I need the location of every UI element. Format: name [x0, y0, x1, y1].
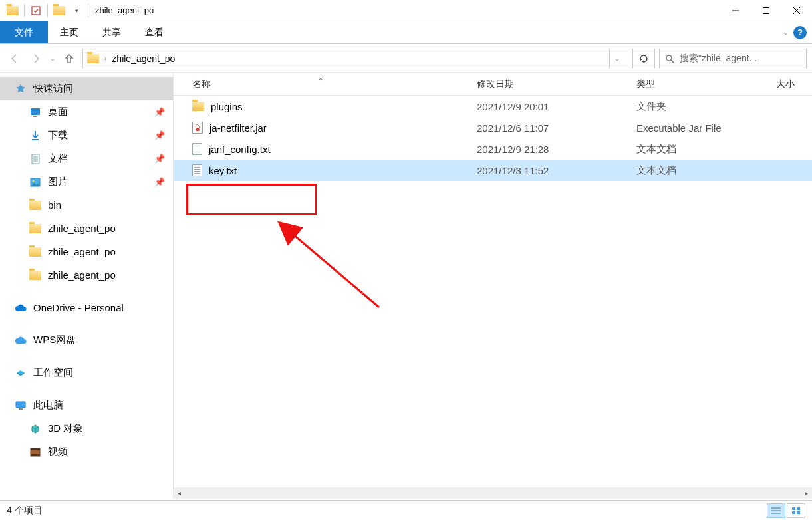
- folder-icon: [7, 5, 19, 17]
- tab-share[interactable]: 共享: [90, 21, 133, 43]
- file-row[interactable]: ja-netfilter.jar2021/12/6 11:07Executabl…: [174, 117, 812, 138]
- sidebar-item-label: 下载: [48, 129, 68, 142]
- refresh-button[interactable]: [632, 49, 655, 68]
- sidebar-item-label: zhile_agent_po: [48, 246, 116, 257]
- title-bar: ▾─ zhile_agent_po: [0, 0, 812, 21]
- pin-icon: 📌: [154, 130, 165, 140]
- file-row[interactable]: janf_config.txt2021/12/9 21:28文本文档: [174, 138, 812, 160]
- horizontal-scrollbar[interactable]: ◂ ▸: [174, 487, 812, 499]
- svg-rect-25: [792, 507, 795, 510]
- address-row: ⌵ › zhile_agent_po ⌵ 搜索"zhile_agent...: [0, 44, 812, 73]
- file-date: 2021/12/6 11:07: [468, 122, 627, 134]
- search-input[interactable]: 搜索"zhile_agent...: [659, 49, 807, 68]
- sidebar-workspace[interactable]: 工作空间: [0, 361, 173, 384]
- separator: [88, 4, 88, 17]
- folder-icon: [29, 199, 41, 211]
- tab-file[interactable]: 文件: [0, 21, 48, 43]
- sidebar-item-label: 桌面: [48, 106, 68, 118]
- sidebar-this-pc[interactable]: 此电脑: [0, 394, 173, 417]
- column-type[interactable]: 类型: [627, 78, 767, 90]
- breadcrumb-segment[interactable]: zhile_agent_po: [112, 53, 175, 64]
- download-icon: [29, 130, 41, 142]
- column-date[interactable]: 修改日期: [468, 78, 627, 90]
- pin-icon: 📌: [154, 154, 165, 164]
- folder-icon: [29, 246, 41, 258]
- file-row[interactable]: plugins2021/12/9 20:01文件夹: [174, 96, 812, 117]
- view-details-button[interactable]: [767, 503, 785, 518]
- navigation-pane[interactable]: 快速访问 桌面📌下载📌文档📌图片📌 binzhile_agent_pozhile…: [0, 73, 173, 499]
- chevron-right-icon[interactable]: ›: [104, 55, 106, 62]
- sidebar-3d-objects[interactable]: 3D 对象: [0, 417, 173, 440]
- file-name: plugins: [211, 101, 243, 112]
- address-bar[interactable]: › zhile_agent_po ⌵: [82, 49, 628, 68]
- sort-indicator-icon: ⌃: [318, 77, 323, 84]
- sidebar-quick-access[interactable]: 快速访问: [0, 77, 173, 100]
- svg-rect-28: [797, 511, 800, 514]
- cloud-icon: [15, 302, 27, 314]
- file-date: 2021/12/3 11:52: [468, 165, 627, 176]
- file-date: 2021/12/9 20:01: [468, 101, 627, 112]
- sidebar-item-folder[interactable]: zhile_agent_po: [0, 217, 173, 240]
- folder-icon[interactable]: [53, 5, 65, 17]
- view-thumbnails-button[interactable]: [787, 503, 805, 518]
- sidebar-item-folder[interactable]: zhile_agent_po: [0, 240, 173, 263]
- file-rows: plugins2021/12/9 20:01文件夹ja-netfilter.ja…: [174, 96, 812, 181]
- sidebar-item-desktop[interactable]: 桌面📌: [0, 100, 173, 124]
- folder-icon: [29, 269, 41, 281]
- sidebar-videos[interactable]: 视频: [0, 440, 173, 463]
- back-button[interactable]: [5, 49, 24, 68]
- svg-rect-19: [31, 454, 40, 456]
- sidebar-onedrive[interactable]: OneDrive - Personal: [0, 296, 173, 319]
- search-icon: [665, 54, 674, 63]
- file-name: janf_config.txt: [209, 144, 271, 155]
- quick-access-toolbar: ▾─ zhile_agent_po: [0, 4, 154, 17]
- maximize-button[interactable]: [751, 0, 781, 21]
- file-type: Executable Jar File: [627, 122, 767, 134]
- sidebar-wps[interactable]: WPS网盘: [0, 328, 173, 352]
- scroll-right-icon[interactable]: ▸: [801, 487, 812, 499]
- pin-icon: 📌: [154, 177, 165, 187]
- close-button[interactable]: [781, 0, 812, 21]
- item-count: 4 个项目: [7, 505, 43, 517]
- folder-icon: [29, 223, 41, 235]
- forward-button[interactable]: [27, 49, 45, 68]
- help-icon[interactable]: ?: [793, 26, 807, 39]
- folder-icon: [87, 53, 99, 65]
- svg-rect-18: [31, 448, 40, 450]
- separator: [24, 4, 25, 17]
- recent-dropdown-icon[interactable]: ⌵: [48, 49, 57, 68]
- sidebar-item-download[interactable]: 下载📌: [0, 124, 173, 147]
- svg-point-14: [33, 180, 35, 182]
- sidebar-item-label: WPS网盘: [33, 334, 76, 346]
- sidebar-item-label: 图片: [48, 176, 68, 188]
- svg-point-20: [196, 128, 200, 131]
- jar-icon: [192, 122, 203, 134]
- column-headers: ⌃ 名称 修改日期 类型 大小: [174, 73, 812, 96]
- sidebar-item-folder[interactable]: zhile_agent_po: [0, 263, 173, 287]
- sidebar-item-folder[interactable]: bin: [0, 194, 173, 217]
- status-bar: 4 个项目: [0, 500, 812, 520]
- sidebar-item-pictures[interactable]: 图片📌: [0, 170, 173, 194]
- up-button[interactable]: [60, 49, 78, 68]
- scroll-left-icon[interactable]: ◂: [174, 487, 185, 499]
- cube-icon: [29, 423, 41, 435]
- address-history-icon[interactable]: ⌵: [609, 49, 624, 68]
- desktop-icon: [29, 106, 41, 118]
- sidebar-item-label: zhile_agent_po: [48, 223, 116, 234]
- minimize-button[interactable]: [720, 0, 751, 21]
- svg-rect-2: [763, 7, 769, 13]
- sidebar-item-label: 此电脑: [33, 399, 63, 412]
- cloud-icon: [15, 334, 27, 346]
- ribbon-expand-icon[interactable]: ⌵: [783, 28, 788, 37]
- file-date: 2021/12/9 21:28: [468, 144, 627, 155]
- qat-dropdown-icon[interactable]: ▾─: [70, 5, 82, 17]
- ribbon-tabs: 文件 主页 共享 查看 ⌵ ?: [0, 21, 812, 44]
- tab-home[interactable]: 主页: [48, 21, 90, 43]
- tab-view[interactable]: 查看: [133, 21, 176, 43]
- svg-rect-7: [31, 108, 40, 115]
- properties-icon[interactable]: [30, 5, 42, 17]
- sidebar-item-doc[interactable]: 文档📌: [0, 147, 173, 170]
- column-size[interactable]: 大小: [767, 78, 812, 90]
- column-name[interactable]: ⌃ 名称: [174, 78, 468, 90]
- file-row[interactable]: key.txt2021/12/3 11:52文本文档: [174, 160, 812, 181]
